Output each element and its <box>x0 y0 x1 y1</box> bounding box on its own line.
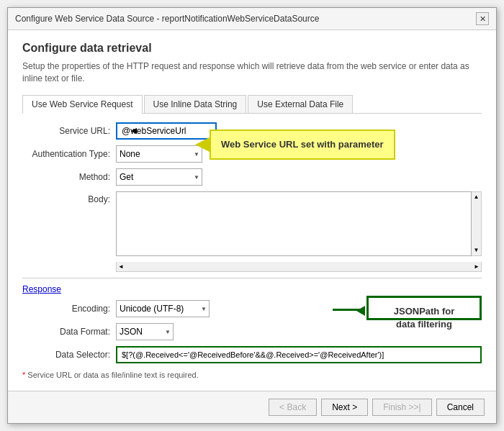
back-button[interactable]: < Back <box>269 399 317 416</box>
data-selector-input[interactable] <box>116 346 482 363</box>
method-row: Method: Get Post Put Delete <box>22 168 482 186</box>
url-callout: Web Service URL set with parameter <box>210 130 395 160</box>
footnote: * Service URL or data as file/inline tex… <box>22 371 482 379</box>
arrow-icon: ◄ <box>129 124 139 136</box>
encoding-select-wrapper: Unicode (UTF-8) ASCII UTF-16 <box>116 300 210 317</box>
service-url-row: Service URL: ◄ Web Service URL set with … <box>22 122 482 140</box>
data-format-label: Data Format: <box>22 327 116 337</box>
description: Setup the properties of the HTTP request… <box>22 60 482 85</box>
method-select[interactable]: Get Post Put Delete <box>116 168 202 186</box>
page-title: Configure data retrieval <box>22 42 482 55</box>
tab-web-service[interactable]: Use Web Service Request <box>22 95 143 114</box>
encoding-label: Encoding: <box>22 304 116 314</box>
finish-button[interactable]: Finish >>| <box>372 399 431 416</box>
body-scrollbar[interactable]: ▲ ▼ <box>472 191 482 256</box>
json-callout: JSONPath fordata filtering <box>366 296 482 320</box>
body-hscroll[interactable]: ◄ ► <box>116 262 482 272</box>
scroll-down-btn[interactable]: ▼ <box>472 245 481 255</box>
auth-select[interactable]: None Basic Bearer Token <box>116 145 202 163</box>
method-label: Method: <box>22 172 116 182</box>
dialog-title: Configure Web Service Data Source - repo… <box>15 14 319 24</box>
data-format-select[interactable]: JSON XML CSV <box>116 323 174 340</box>
tabs: Use Web Service Request Use Inline Data … <box>22 95 482 114</box>
footnote-text: Service URL or data as file/inline text … <box>27 371 198 379</box>
scroll-right-btn[interactable]: ► <box>472 263 481 270</box>
data-selector-row: Data Selector: JSONPath fordata filterin… <box>22 346 482 363</box>
body-label: Body: <box>22 191 116 204</box>
encoding-select[interactable]: Unicode (UTF-8) ASCII UTF-16 <box>116 300 210 317</box>
body-row: Body: ▲ ▼ <box>22 191 482 256</box>
cancel-button[interactable]: Cancel <box>436 399 485 416</box>
form-section: Service URL: ◄ Web Service URL set with … <box>22 122 482 379</box>
close-button[interactable]: ✕ <box>476 12 489 25</box>
auth-select-wrapper: None Basic Bearer Token <box>116 145 202 163</box>
body-textarea[interactable] <box>116 191 472 256</box>
data-selector-label: Data Selector: <box>22 350 116 360</box>
scroll-up-btn[interactable]: ▲ <box>472 192 481 202</box>
json-callout-arrow <box>333 309 364 311</box>
auth-label: Authentication Type: <box>22 149 116 159</box>
callout-arrow <box>195 137 210 152</box>
title-bar: Configure Web Service Data Source - repo… <box>8 8 496 30</box>
dialog: Configure Web Service Data Source - repo… <box>7 7 497 424</box>
dialog-body: Configure data retrieval Setup the prope… <box>8 30 496 391</box>
tab-inline[interactable]: Use Inline Data String <box>144 95 247 113</box>
next-button[interactable]: Next > <box>321 399 368 416</box>
divider <box>22 278 482 278</box>
response-header: Response <box>22 284 482 294</box>
tab-external[interactable]: Use External Data File <box>248 95 353 113</box>
service-url-label: Service URL: <box>22 126 116 136</box>
method-select-wrapper: Get Post Put Delete <box>116 168 202 186</box>
json-callout-text: JSONPath fordata filtering <box>394 306 455 330</box>
asterisk: * <box>22 371 25 379</box>
data-format-select-wrapper: JSON XML CSV <box>116 323 174 340</box>
footer: < Back Next > Finish >>| Cancel <box>8 391 496 423</box>
scroll-left-btn[interactable]: ◄ <box>117 263 125 270</box>
